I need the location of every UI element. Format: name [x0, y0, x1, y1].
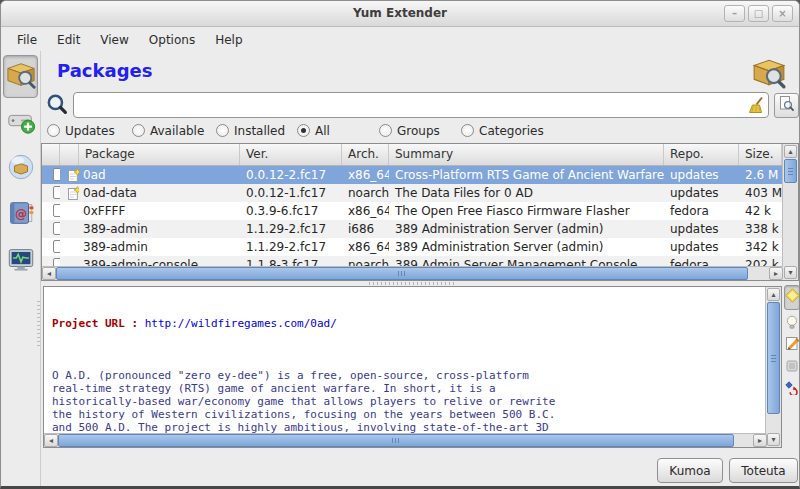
clear-search-icon[interactable]: [747, 96, 765, 118]
scrollbar-thumb[interactable]: [58, 434, 734, 447]
package-name: 389-admin-console: [79, 256, 240, 266]
titlebar[interactable]: Yum Extender –□×: [1, 1, 799, 27]
menu-view[interactable]: View: [90, 30, 138, 50]
package-size: 342 k: [739, 238, 782, 256]
menu-options[interactable]: Options: [139, 30, 205, 50]
apply-button[interactable]: Toteuta: [729, 458, 798, 483]
sidebar-resize-handle[interactable]: [37, 301, 40, 349]
package-arch: noarch: [342, 184, 389, 202]
no-icon: [60, 220, 79, 238]
filter-label: Installed: [234, 124, 285, 138]
sidebar-item-output[interactable]: [3, 239, 38, 282]
search-options-button[interactable]: [774, 93, 799, 118]
package-version: 1.1.8-3.fc17: [240, 256, 342, 266]
description-vertical-scrollbar[interactable]: ▴ ▾: [765, 287, 781, 447]
filter-radio-group: UpdatesAvailableInstalledAllGroupsCatego…: [47, 122, 544, 139]
filter-radio-categories[interactable]: Categories: [461, 122, 544, 139]
search-input[interactable]: [73, 92, 769, 118]
row-checkbox[interactable]: [53, 168, 60, 181]
column-header-size[interactable]: Size.: [739, 144, 782, 165]
package-size: 338 k: [739, 220, 782, 238]
column-header-arch[interactable]: Arch.: [342, 144, 389, 165]
undo-button[interactable]: Kumoa: [657, 458, 723, 483]
sidebar-item-history[interactable]: @: [3, 193, 38, 236]
package-summary: 389 Administration Server (admin): [389, 220, 664, 238]
table-row[interactable]: 389-admin-console1.1.8-3.fc17noarch389 A…: [42, 256, 783, 266]
column-header-blank[interactable]: [60, 144, 79, 165]
scroll-down-button[interactable]: ▾: [784, 266, 797, 279]
column-header-blank[interactable]: [42, 144, 60, 165]
column-header-summary[interactable]: Summary: [389, 144, 664, 165]
column-header-package[interactable]: Package: [79, 144, 240, 165]
table-row[interactable]: 389-admin1.1.29-2.fc17i686389 Administra…: [42, 220, 783, 238]
tab-dependencies[interactable]: [784, 379, 800, 400]
tab-changelog[interactable]: [784, 335, 800, 356]
filter-radio-installed[interactable]: Installed: [216, 122, 297, 139]
description-line: the history of Western civilizations, fo…: [52, 408, 757, 421]
search-icon: [46, 93, 69, 120]
scroll-left-button[interactable]: ◂: [42, 267, 56, 280]
pane-resize-handle[interactable]: [369, 282, 455, 285]
scroll-left-button[interactable]: ◂: [44, 434, 58, 447]
package-summary: The Data Files for 0 AD: [389, 184, 664, 202]
table-row[interactable]: 0ad0.0.12-2.fc17x86_64Cross-Platform RTS…: [42, 166, 783, 184]
yum-extender-window: Yum Extender –□× FileEditViewOptionsHelp…: [0, 0, 800, 489]
menu-help[interactable]: Help: [205, 30, 252, 50]
table-row[interactable]: 0ad-data0.0.12-1.fc17noarchThe Data File…: [42, 184, 783, 202]
table-header[interactable]: PackageVer.Arch.SummaryRepo.Size.: [42, 144, 783, 166]
table-rows: 0ad0.0.12-2.fc17x86_64Cross-Platform RTS…: [42, 166, 783, 266]
no-icon: [60, 256, 79, 266]
scroll-right-button[interactable]: ▸: [753, 434, 767, 447]
package-repo: fedora: [664, 256, 739, 266]
row-checkbox[interactable]: [53, 186, 60, 199]
package-arch: x86_64: [342, 238, 389, 256]
column-header-repo[interactable]: Repo.: [664, 144, 739, 165]
tab-update-info[interactable]: [784, 313, 800, 334]
filter-radio-groups[interactable]: Groups: [379, 122, 461, 139]
minimize-button[interactable]: –: [724, 5, 745, 22]
table-row[interactable]: 0xFFFF0.3.9-6.fc17x86_64The Open Free Fi…: [42, 202, 783, 220]
scroll-down-button[interactable]: ▾: [767, 433, 780, 446]
table-vertical-scrollbar[interactable]: ▴ ▾: [782, 144, 798, 280]
package-repo: updates: [664, 238, 739, 256]
description-horizontal-scrollbar[interactable]: ◂ ▸: [44, 433, 767, 447]
description-line: historically-based war/economy game that…: [52, 395, 757, 408]
tab-filelist[interactable]: [784, 357, 800, 378]
table-horizontal-scrollbar[interactable]: ◂ ▸: [42, 266, 783, 280]
dependencies-icon: [785, 380, 799, 399]
row-checkbox[interactable]: [53, 258, 60, 266]
sidebar-item-groups[interactable]: [3, 147, 38, 190]
package-name: 0ad: [79, 166, 240, 184]
row-checkbox[interactable]: [53, 222, 60, 235]
table-row[interactable]: 389-admin1.1.29-2.fc17x86_64389 Administ…: [42, 238, 783, 256]
maximize-button[interactable]: □: [748, 5, 769, 22]
scrollbar-thumb[interactable]: [767, 302, 780, 414]
scroll-up-button[interactable]: ▴: [784, 145, 797, 158]
globe-package-icon: [6, 152, 36, 186]
row-checkbox[interactable]: [53, 240, 60, 253]
scrollbar-thumb[interactable]: [784, 159, 797, 183]
scroll-up-button[interactable]: ▴: [767, 288, 780, 301]
menu-edit[interactable]: Edit: [47, 30, 90, 50]
column-header-ver[interactable]: Ver.: [240, 144, 342, 165]
project-url-link[interactable]: http://wildfiregames.com/0ad/: [145, 317, 337, 330]
sidebar: @: [1, 51, 41, 486]
package-arch: x86_64: [342, 202, 389, 220]
filter-label: Updates: [65, 124, 115, 138]
description-diamond-icon: [785, 288, 800, 307]
filter-radio-all[interactable]: All: [297, 122, 379, 139]
scrollbar-thumb[interactable]: [56, 267, 748, 280]
radio-icon: [216, 124, 229, 137]
description-tab-strip: [784, 285, 800, 401]
sidebar-item-pending-actions[interactable]: [3, 101, 38, 144]
filter-radio-available[interactable]: Available: [132, 122, 216, 139]
package-arch: i686: [342, 220, 389, 238]
scroll-right-button[interactable]: ▸: [769, 267, 783, 280]
sidebar-item-packages[interactable]: [3, 55, 38, 98]
package-search-icon: [6, 60, 36, 94]
close-button[interactable]: ×: [772, 5, 793, 22]
menu-file[interactable]: File: [7, 30, 47, 50]
row-checkbox[interactable]: [53, 204, 60, 217]
filter-radio-updates[interactable]: Updates: [47, 122, 132, 139]
tab-description[interactable]: [784, 285, 800, 310]
